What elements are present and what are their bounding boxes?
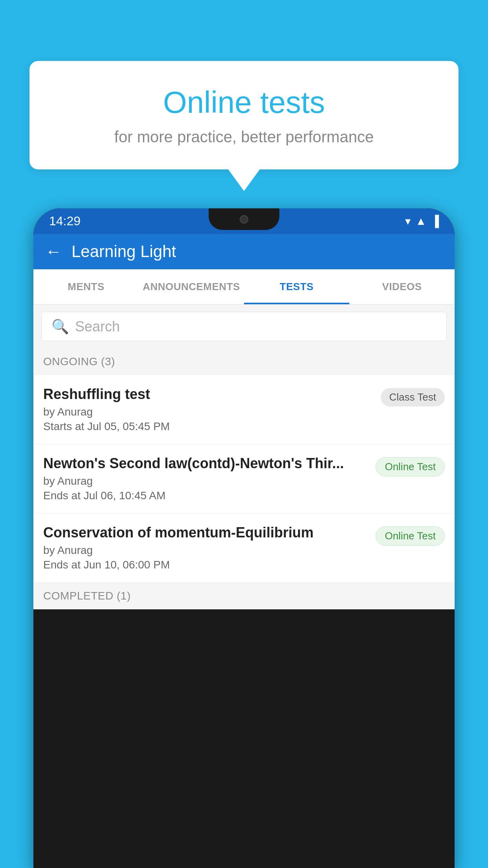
speech-bubble: Online tests for more practice, better p… — [29, 61, 459, 169]
tab-tests[interactable]: TESTS — [244, 269, 349, 304]
badge-class-test: Class Test — [381, 388, 445, 406]
app-bar: ← Learning Light — [33, 234, 455, 269]
test-author-conservation: by Anurag — [43, 544, 368, 557]
search-bar[interactable]: 🔍 Search — [41, 312, 447, 341]
test-info-conservation: Conservation of momentum-Equilibrium by … — [43, 524, 376, 571]
tabs-bar: MENTS ANNOUNCEMENTS TESTS VIDEOS — [33, 269, 455, 305]
promo-title: Online tests — [49, 85, 439, 120]
test-date-reshuffling: Starts at Jul 05, 05:45 PM — [43, 420, 373, 433]
phone-screen: 14:29 ▾ ▲ ▐ ← Learning Light MENTS ANNOU… — [33, 208, 455, 868]
app-bar-title: Learning Light — [72, 242, 176, 261]
search-container: 🔍 Search — [33, 305, 455, 348]
badge-online-test-conservation: Online Test — [376, 526, 445, 546]
test-item-newton[interactable]: Newton's Second law(contd)-Newton's Thir… — [33, 444, 455, 513]
tab-ments[interactable]: MENTS — [33, 269, 139, 304]
test-author-newton: by Anurag — [43, 475, 368, 487]
test-title-reshuffling: Reshuffling test — [43, 386, 373, 403]
status-bar: 14:29 ▾ ▲ ▐ — [33, 208, 455, 234]
test-title-newton: Newton's Second law(contd)-Newton's Thir… — [43, 455, 368, 472]
camera — [240, 215, 248, 224]
test-title-conservation: Conservation of momentum-Equilibrium — [43, 524, 368, 541]
phone-frame: 14:29 ▾ ▲ ▐ ← Learning Light MENTS ANNOU… — [33, 208, 455, 868]
promo-subtitle: for more practice, better performance — [49, 128, 439, 146]
back-button[interactable]: ← — [45, 242, 62, 261]
ongoing-section-header: ONGOING (3) — [33, 348, 455, 375]
tab-videos[interactable]: VIDEOS — [349, 269, 455, 304]
completed-section-header: COMPLETED (1) — [33, 583, 455, 609]
search-placeholder: Search — [75, 318, 120, 335]
battery-icon: ▐ — [431, 215, 439, 228]
test-info-reshuffling: Reshuffling test by Anurag Starts at Jul… — [43, 386, 381, 433]
promo-card: Online tests for more practice, better p… — [29, 61, 459, 191]
notch — [209, 208, 279, 230]
test-item-reshuffling[interactable]: Reshuffling test by Anurag Starts at Jul… — [33, 375, 455, 444]
search-icon: 🔍 — [51, 318, 69, 335]
wifi-icon: ▾ — [405, 215, 411, 228]
signal-icon: ▲ — [415, 215, 426, 228]
bubble-arrow — [228, 169, 260, 191]
test-item-conservation[interactable]: Conservation of momentum-Equilibrium by … — [33, 513, 455, 583]
status-time: 14:29 — [49, 214, 81, 228]
test-date-conservation: Ends at Jun 10, 06:00 PM — [43, 559, 368, 571]
test-info-newton: Newton's Second law(contd)-Newton's Thir… — [43, 455, 376, 502]
badge-online-test-newton: Online Test — [376, 457, 445, 476]
tab-announcements[interactable]: ANNOUNCEMENTS — [139, 269, 244, 304]
test-date-newton: Ends at Jul 06, 10:45 AM — [43, 489, 368, 502]
status-icons: ▾ ▲ ▐ — [405, 215, 439, 228]
test-author-reshuffling: by Anurag — [43, 406, 373, 418]
